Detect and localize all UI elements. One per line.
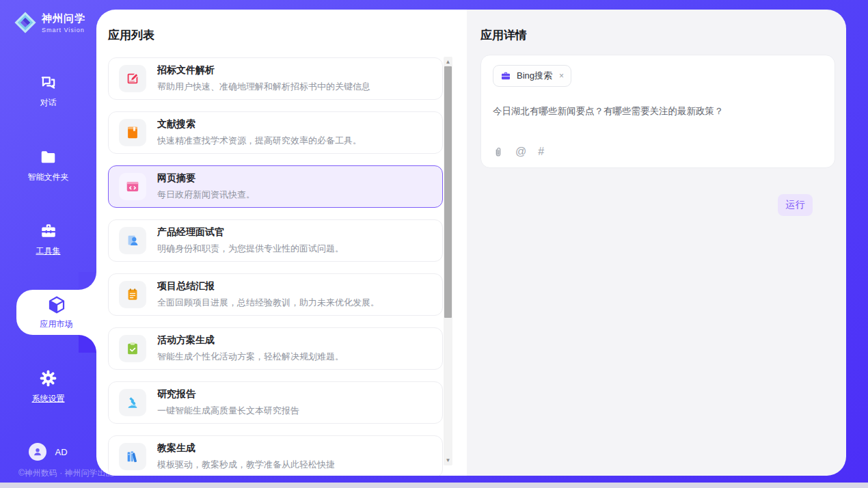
window-bottom-edge <box>0 483 868 488</box>
app-desc: 智能生成个性化活动方案，轻松解决规划难题。 <box>157 351 344 363</box>
app-list-panel: 应用列表 招标文件解析 帮助用户快速、准确地理解和解析招标书中的关键信息 <box>96 10 467 476</box>
app-desc: 帮助用户快速、准确地理解和解析招标书中的关键信息 <box>157 81 370 93</box>
scroll-down-icon[interactable]: ▼ <box>444 456 452 465</box>
app-card-event-plan[interactable]: 活动方案生成 智能生成个性化活动方案，轻松解决规划难题。 <box>108 327 443 370</box>
app-detail-panel: 应用详情 Bing搜索 × 今日湖北有哪些新闻要点？有哪些需要关注的最新政策？ … <box>467 10 846 476</box>
app-icon-box <box>119 65 146 92</box>
cube-icon <box>46 295 67 315</box>
app-name: 产品经理面试官 <box>157 226 344 239</box>
app-desc: 快速精准查找学术资源，提高研究效率的必备工具。 <box>157 135 362 147</box>
app-name: 文献搜索 <box>157 118 362 131</box>
copyright-text: ©神州数码 · 神州问学出品 <box>18 467 114 479</box>
app-icon-box <box>119 443 146 470</box>
briefcase-icon <box>500 70 511 81</box>
gear-icon <box>39 369 57 388</box>
sidebar-item-label: 系统设置 <box>32 393 65 405</box>
app-icon-box <box>119 335 146 362</box>
sidebar-item-app-market-active[interactable]: 应用市场 <box>16 290 96 335</box>
active-item-notch-bottom <box>79 335 96 353</box>
app-desc: 明确身份和职责，为您提供专业性的面试问题。 <box>157 243 344 255</box>
clipboard-check-icon <box>125 341 140 356</box>
sidebar-item-settings[interactable]: 系统设置 <box>0 369 96 405</box>
app-list-scrollbar[interactable]: ▲ ▼ <box>444 57 452 465</box>
at-mention-icon[interactable]: @ <box>515 146 526 158</box>
app-desc: 全面回顾项目进展，总结经验教训，助力未来优化发展。 <box>157 297 379 309</box>
paperclip-icon[interactable] <box>493 146 504 158</box>
chip-close-icon[interactable]: × <box>559 71 564 81</box>
interviewer-icon <box>125 233 140 248</box>
app-list: 招标文件解析 帮助用户快速、准确地理解和解析招标书中的关键信息 文献搜索 快速精… <box>108 57 443 476</box>
browser-code-icon <box>125 179 140 194</box>
app-desc: 一键智能生成高质量长文本研究报告 <box>157 405 299 417</box>
app-icon-box <box>119 173 146 200</box>
microscope-icon <box>125 395 140 410</box>
app-desc: 每日政府新闻资讯快查。 <box>157 189 255 201</box>
app-name: 项目总结汇报 <box>157 280 379 293</box>
app-card-bid-parse[interactable]: 招标文件解析 帮助用户快速、准确地理解和解析招标书中的关键信息 <box>108 57 443 100</box>
user-account[interactable]: AD <box>0 443 96 461</box>
active-item-notch-top <box>79 272 96 290</box>
app-card-pm-interviewer[interactable]: 产品经理面试官 明确身份和职责，为您提供专业性的面试问题。 <box>108 219 443 262</box>
sidebar: 神州问学 Smart Vision 对话 智能文件夹 工具集 应用市场 <box>0 0 96 483</box>
sidebar-item-label: 智能文件夹 <box>28 172 69 183</box>
edit-document-icon <box>125 71 140 86</box>
app-card-literature-search[interactable]: 文献搜索 快速精准查找学术资源，提高研究效率的必备工具。 <box>108 111 443 154</box>
app-icon-box <box>119 227 146 254</box>
query-text[interactable]: 今日湖北有哪些新闻要点？有哪些需要关注的最新政策？ <box>493 105 823 118</box>
app-card-web-summary-selected[interactable]: 网页摘要 每日政府新闻资讯快查。 <box>108 165 443 208</box>
app-card-project-summary[interactable]: 项目总结汇报 全面回顾项目进展，总结经验教训，助力未来优化发展。 <box>108 273 443 316</box>
notepad-icon <box>125 287 140 302</box>
app-detail-title: 应用详情 <box>480 27 527 43</box>
app-icon-box <box>119 281 146 308</box>
sidebar-item-label: 应用市场 <box>40 318 73 330</box>
book-icon <box>125 125 140 140</box>
brand-logo: 神州问学 Smart Vision <box>14 11 85 34</box>
app-desc: 模板驱动，教案秒成，教学准备从此轻松快捷 <box>157 459 335 471</box>
sidebar-item-label: 对话 <box>40 97 57 109</box>
sidebar-item-toolset[interactable]: 工具集 <box>0 222 96 257</box>
chat-icon <box>39 74 57 92</box>
app-name: 招标文件解析 <box>157 64 370 77</box>
app-name: 网页摘要 <box>157 172 255 185</box>
toolbox-icon <box>39 222 58 240</box>
tool-chip-label: Bing搜索 <box>517 70 552 82</box>
app-icon-box <box>119 389 146 416</box>
sidebar-item-label: 工具集 <box>36 245 61 257</box>
brand-gem-icon <box>14 11 37 34</box>
folder-icon <box>39 148 57 166</box>
run-button[interactable]: 运行 <box>778 194 813 216</box>
brand-name: 神州问学 <box>42 12 85 25</box>
avatar <box>29 443 46 461</box>
app-name: 教案生成 <box>157 442 335 455</box>
scrollbar-thumb[interactable] <box>444 66 452 318</box>
app-list-title: 应用列表 <box>108 27 154 43</box>
hash-tag-icon[interactable]: # <box>538 146 544 158</box>
app-card-lesson-plan[interactable]: 教案生成 模板驱动，教案秒成，教学准备从此轻松快捷 <box>108 435 443 476</box>
books-icon <box>125 449 140 464</box>
scroll-up-icon[interactable]: ▲ <box>444 57 452 66</box>
person-icon <box>32 446 43 457</box>
app-name: 研究报告 <box>157 388 299 401</box>
composer-card[interactable]: Bing搜索 × 今日湖北有哪些新闻要点？有哪些需要关注的最新政策？ @ # <box>480 55 835 168</box>
content-shell: 应用列表 招标文件解析 帮助用户快速、准确地理解和解析招标书中的关键信息 <box>96 10 846 476</box>
user-name: AD <box>55 447 67 457</box>
app-icon-box <box>119 119 146 146</box>
sidebar-item-chat[interactable]: 对话 <box>0 74 96 109</box>
app-name: 活动方案生成 <box>157 334 344 347</box>
app-card-research-report[interactable]: 研究报告 一键智能生成高质量长文本研究报告 <box>108 381 443 424</box>
tool-chip-bing-search[interactable]: Bing搜索 × <box>493 65 571 87</box>
sidebar-item-smart-folder[interactable]: 智能文件夹 <box>0 148 96 183</box>
composer-toolbar: @ # <box>493 146 544 158</box>
brand-subtitle: Smart Vision <box>42 27 85 33</box>
